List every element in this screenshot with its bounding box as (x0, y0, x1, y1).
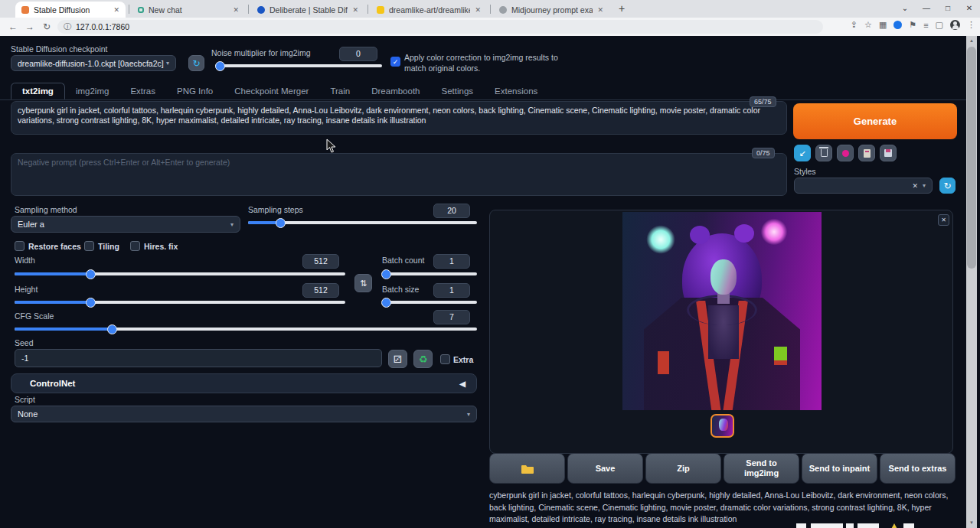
sampling-method-label: Sampling method (15, 205, 77, 214)
side-panel-icon[interactable]: ▢ (936, 20, 943, 30)
forward-button[interactable]: → (21, 21, 38, 32)
send-to-img2img-button[interactable]: Send to img2img (724, 453, 799, 484)
window-menu-button[interactable]: ⌄ (894, 0, 916, 17)
color-correction-label: Apply color correction to img2img result… (404, 52, 561, 73)
swap-icon: ⇅ (360, 279, 367, 288)
page-scrollbar[interactable]: ▲ ▼ (966, 36, 977, 528)
tab-close-icon[interactable]: ✕ (475, 6, 481, 14)
generated-image[interactable] (622, 212, 822, 410)
scrollbar-thumb[interactable] (967, 47, 976, 269)
window-maximize-button[interactable]: □ (937, 0, 959, 17)
refresh-styles-button[interactable]: ↻ (939, 178, 956, 194)
tab-png-info[interactable]: PNG Info (166, 83, 224, 99)
read-parameters-button[interactable]: ↙ (794, 145, 811, 161)
extra-seed-checkbox[interactable] (440, 354, 450, 364)
seed-input[interactable]: -1 (15, 349, 382, 367)
image-detail (710, 259, 737, 295)
back-button[interactable]: ← (5, 21, 21, 32)
tab-train[interactable]: Train (319, 83, 361, 99)
cfg-scale-slider[interactable] (15, 328, 477, 331)
save-style-button[interactable] (880, 145, 897, 161)
reload-button[interactable]: ↻ (38, 21, 55, 32)
site-info-icon[interactable]: ⓘ (64, 21, 71, 32)
sampling-steps-slider[interactable] (248, 221, 477, 224)
gallery-thumbnail-selected[interactable] (710, 414, 734, 438)
scroll-down-arrow[interactable]: ▼ (966, 518, 977, 528)
tab-close-icon[interactable]: ✕ (597, 6, 603, 14)
controlnet-accordion[interactable]: ControlNet ◀ (11, 373, 477, 393)
zip-button[interactable]: Zip (645, 453, 721, 484)
tab-img2img[interactable]: img2img (65, 83, 119, 99)
clear-icon[interactable]: ✕ (912, 182, 918, 190)
batch-count-input[interactable]: 1 (433, 254, 470, 269)
new-tab-button[interactable]: + (614, 2, 629, 16)
tab-extras[interactable]: Extras (119, 83, 166, 99)
width-label: Width (15, 256, 35, 265)
address-bar[interactable]: ⓘ 127.0.0.1:7860 (57, 20, 823, 34)
browser-tab-dreamlike[interactable]: dreamlike-art/dreamlike-diffusio ✕ (371, 2, 487, 18)
bookmark-star-icon[interactable]: ☆ (864, 20, 872, 30)
restore-faces-checkbox[interactable] (15, 241, 24, 251)
send-to-inpaint-button[interactable]: Send to inpaint (802, 453, 877, 484)
negative-prompt-input[interactable] (11, 153, 787, 196)
clear-prompt-button[interactable] (815, 145, 832, 161)
save-button[interactable]: Save (567, 453, 643, 484)
height-input[interactable]: 512 (302, 283, 339, 298)
scroll-up-arrow[interactable]: ▲ (966, 36, 977, 46)
hires-fix-checkbox[interactable] (130, 241, 140, 251)
batch-count-slider[interactable] (382, 272, 477, 275)
sampling-steps-input[interactable]: 20 (433, 204, 470, 218)
batch-size-input[interactable]: 1 (433, 283, 470, 298)
browser-tab-new-chat[interactable]: New chat ✕ (132, 2, 245, 18)
send-to-extras-button[interactable]: Send to extras (880, 453, 956, 484)
tab-close-icon[interactable]: ✕ (352, 6, 358, 14)
extensions-pin-icon[interactable]: ⚑ (909, 20, 916, 30)
tab-close-icon[interactable]: ✕ (233, 6, 239, 14)
extension-blue-icon[interactable] (893, 21, 902, 29)
window-minimize-button[interactable]: — (916, 0, 937, 17)
show-extra-networks-button[interactable] (837, 145, 854, 161)
reuse-seed-button[interactable]: ♻ (413, 350, 433, 368)
tab-title: dreamlike-art/dreamlike-diffusio (389, 5, 470, 15)
browser-tab-deliberate[interactable]: Deliberate | Stable Diffusion Che ✕ (251, 2, 364, 18)
grid-icon[interactable]: ▦ (879, 20, 887, 30)
width-slider[interactable] (15, 272, 345, 275)
folder-icon (521, 464, 534, 474)
random-seed-button[interactable]: ⚂ (388, 350, 407, 368)
reading-list-icon[interactable]: ≡ (923, 21, 928, 30)
width-input[interactable]: 512 (302, 254, 339, 269)
batch-size-slider[interactable] (382, 301, 477, 304)
close-gallery-button[interactable]: ✕ (938, 214, 949, 226)
tiling-checkbox[interactable] (84, 241, 94, 251)
tab-dreambooth[interactable]: Dreambooth (361, 83, 430, 99)
apply-styles-button[interactable] (858, 145, 875, 161)
browser-tab-stable-diffusion[interactable]: Stable Diffusion ✕ (15, 2, 126, 18)
browser-tab-midjourney[interactable]: Midjourney prompt examples : L ✕ (493, 2, 609, 18)
checkpoint-select[interactable]: dreamlike-diffusion-1.0.ckpt [0aecbcfa2c… (11, 55, 176, 71)
tab-checkpoint-merger[interactable]: Checkpoint Merger (224, 83, 319, 99)
styles-select[interactable]: ✕ ▾ (794, 178, 933, 194)
noise-multiplier-input[interactable]: 0 (339, 47, 377, 61)
noise-multiplier-slider[interactable] (215, 64, 382, 67)
tab-extensions[interactable]: Extensions (484, 83, 548, 99)
tab-close-icon[interactable]: ✕ (113, 6, 119, 14)
divider (0, 99, 966, 100)
height-slider[interactable] (15, 301, 345, 304)
generate-button[interactable]: Generate (793, 103, 957, 139)
share-icon[interactable]: ⇪ (851, 20, 858, 30)
browser-menu-icon[interactable]: ⋮ (967, 20, 975, 30)
refresh-checkpoint-button[interactable]: ↻ (188, 55, 204, 71)
tab-txt2img[interactable]: txt2img (11, 83, 65, 99)
script-select[interactable]: None ▾ (11, 406, 477, 422)
prompt-input[interactable]: cyberpunk girl in jacket, colorful tatto… (11, 101, 787, 135)
swap-dimensions-button[interactable]: ⇅ (354, 274, 372, 292)
color-correction-checkbox[interactable]: ✓ (390, 57, 400, 67)
profile-avatar[interactable] (950, 20, 960, 30)
cfg-scale-input[interactable]: 7 (433, 310, 470, 324)
sampling-method-select[interactable]: Euler a ▾ (11, 216, 240, 233)
tab-settings[interactable]: Settings (431, 83, 485, 99)
open-folder-button[interactable] (489, 453, 565, 484)
script-label: Script (15, 395, 35, 404)
window-close-button[interactable]: ✕ (959, 0, 980, 17)
tab-separator (248, 5, 249, 14)
